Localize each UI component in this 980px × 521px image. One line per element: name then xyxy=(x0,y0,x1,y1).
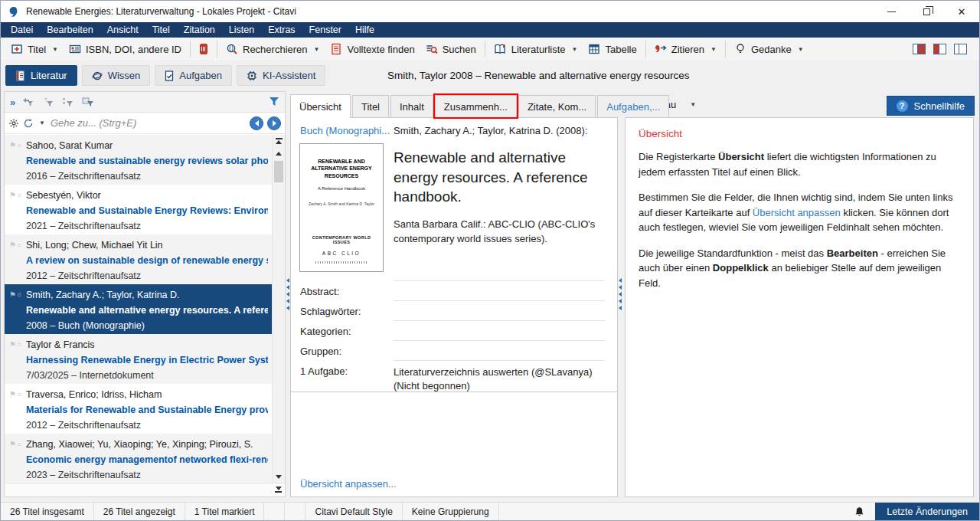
label-circle-icon[interactable]: ○ xyxy=(17,290,21,299)
field-label: 1 Aufgabe: xyxy=(300,361,394,392)
goto-toolbar: ▼ xyxy=(5,113,285,134)
navigate-back-button[interactable] xyxy=(250,116,263,130)
label-circle-icon[interactable]: ○ xyxy=(17,440,21,448)
label-circle-icon[interactable]: ○ xyxy=(17,390,21,398)
filter-quick-icon[interactable] xyxy=(42,97,54,107)
field-value[interactable]: Literaturverzeichnis auswerten (@SLavany… xyxy=(394,361,605,392)
menu-bearbeiten[interactable]: Bearbeiten xyxy=(40,22,100,38)
tab-titel[interactable]: Titel xyxy=(352,95,389,117)
cover-publisher-logo: ABC CLIO xyxy=(305,251,378,256)
field-value[interactable] xyxy=(394,321,605,341)
list-item[interactable]: ⚑○ Sahoo, Sarat Kumar Renewable and sust… xyxy=(5,135,273,185)
citation-authors[interactable]: Smith, Zachary A.; Taylor, Katrina D. (2… xyxy=(394,125,605,136)
scrollbar-thumb[interactable] xyxy=(274,161,283,182)
notifications-button[interactable] xyxy=(844,503,875,520)
layout-three-columns-icon[interactable] xyxy=(913,44,926,54)
tab-zitate-kommentare[interactable]: Zitate, Kom... xyxy=(518,95,596,117)
id-card-icon xyxy=(69,43,81,55)
list-item[interactable]: ⚑○ Sebestyén, Viktor Renewable and Susta… xyxy=(5,185,273,234)
sync-icon[interactable] xyxy=(23,118,34,129)
menu-fenster[interactable]: Fenster xyxy=(302,22,348,38)
label-flag-icon[interactable]: ⚑ xyxy=(9,241,16,249)
list-item[interactable]: ⚑○ Shi, Long; Chew, Michael Yit Lin A re… xyxy=(5,234,273,284)
label-flag-icon[interactable]: ⚑ xyxy=(9,390,16,398)
label-circle-icon[interactable]: ○ xyxy=(17,340,21,349)
scroll-to-top-button[interactable] xyxy=(273,135,285,147)
list-item[interactable]: ⚑○ Traversa, Enrico; Idriss, Hicham Mate… xyxy=(5,384,273,434)
scroll-up-button[interactable] xyxy=(273,147,285,159)
customize-overview-link[interactable]: Übersicht anpassen... xyxy=(300,478,397,490)
chevron-down-icon[interactable]: ▼ xyxy=(39,120,45,126)
quickhelp-button[interactable]: ? Schnellhilfe xyxy=(887,96,975,116)
list-item[interactable]: ⚑○ Zhang, Xiaowei; Yu, Xiaoping; Ye, Xin… xyxy=(5,434,273,483)
label-flag-icon[interactable]: ⚑ xyxy=(9,340,16,349)
scroll-down-button[interactable] xyxy=(273,470,285,483)
filter-window-icon[interactable] xyxy=(82,97,94,107)
restore-button[interactable] xyxy=(909,1,944,22)
field-value[interactable] xyxy=(394,301,605,321)
filter-icon[interactable] xyxy=(269,97,279,107)
last-changes-button[interactable]: Letzte Änderungen xyxy=(875,503,979,520)
tab-aufgaben[interactable]: Aufgaben xyxy=(155,65,232,86)
label-flag-icon[interactable]: ⚑ xyxy=(9,191,16,199)
label-flag-icon[interactable]: ⚑ xyxy=(9,290,16,299)
field-value[interactable] xyxy=(394,281,605,301)
menu-listen[interactable]: Listen xyxy=(222,22,261,38)
recherchieren-button[interactable]: Recherchieren▼ xyxy=(220,40,325,58)
minimize-button[interactable] xyxy=(874,1,909,22)
menu-ansicht[interactable]: Ansicht xyxy=(100,22,145,38)
item-author: Shi, Long; Chew, Michael Yit Lin xyxy=(26,238,268,253)
document-type-link[interactable]: Buch (Monographi... xyxy=(300,125,390,136)
right-splitter[interactable] xyxy=(618,91,622,497)
menu-datei[interactable]: Datei xyxy=(4,22,40,38)
filter-categories-icon[interactable] xyxy=(62,97,74,107)
label-flag-icon[interactable]: ⚑ xyxy=(9,141,16,149)
list-item[interactable]: ⚑○ Taylor & Francis Harnessing Renewable… xyxy=(5,334,273,384)
volltexte-button[interactable]: Volltexte finden xyxy=(325,40,420,58)
search-lines-icon xyxy=(426,43,438,55)
citation-title[interactable]: Renewable and alternative energy resourc… xyxy=(394,148,605,207)
barcode-scan-button[interactable] xyxy=(194,40,214,58)
tabelle-button[interactable]: Tabelle xyxy=(583,40,642,58)
tab-ki-assistent-label: KI-Assistent xyxy=(263,70,315,81)
navigate-forward-button[interactable] xyxy=(267,116,281,130)
tab-zusammenhang[interactable]: Zusammenh... xyxy=(435,95,517,117)
layout-two-columns-icon[interactable] xyxy=(933,44,946,54)
filter-back-icon[interactable] xyxy=(22,97,34,107)
label-circle-icon[interactable]: ○ xyxy=(17,191,21,199)
scroll-to-end-button[interactable] xyxy=(272,483,285,496)
zitieren-button[interactable]: Zitieren▼ xyxy=(649,40,722,58)
tab-ki-assistent[interactable]: KI-Assistent xyxy=(237,65,325,86)
status-grouping[interactable]: Keine Gruppierung xyxy=(403,503,499,520)
collapse-columns-icon[interactable]: » xyxy=(10,97,14,108)
list-scrollbar[interactable] xyxy=(272,135,285,483)
book-cover[interactable]: RENEWABLE AND ALTERNATIVE ENERGY RESOURC… xyxy=(299,143,384,272)
tab-uebersicht[interactable]: Übersicht xyxy=(290,94,351,118)
menu-titel[interactable]: Titel xyxy=(145,22,177,38)
tab-inhalt[interactable]: Inhalt xyxy=(390,95,433,117)
menu-hilfe[interactable]: Hilfe xyxy=(348,22,381,38)
tab-literatur[interactable]: Literatur xyxy=(5,65,77,86)
tab-aufgaben-orte[interactable]: Aufgaben,... xyxy=(597,95,669,117)
label-flag-icon[interactable]: ⚑ xyxy=(9,440,16,448)
citation-publisher[interactable]: Santa Barbara Calif.: ABC-CLIO (ABC-CLIO… xyxy=(394,217,605,247)
menu-zitation[interactable]: Zitation xyxy=(177,22,222,38)
gedanke-button[interactable]: Gedanke▼ xyxy=(729,40,809,58)
goto-input[interactable] xyxy=(49,115,246,132)
menu-extras[interactable]: Extras xyxy=(261,22,302,38)
layout-one-column-icon[interactable] xyxy=(954,44,967,54)
field-value[interactable] xyxy=(394,341,605,361)
isbn-doi-button[interactable]: ISBN, DOI, andere ID xyxy=(64,40,187,58)
add-title-button[interactable]: Titel▼ xyxy=(5,40,64,58)
help-link[interactable]: Übersicht anpassen xyxy=(753,207,841,218)
reference-detail-panel: Übersicht Titel Inhalt Zusammenh... Zita… xyxy=(290,94,618,497)
gear-icon[interactable] xyxy=(8,118,19,129)
suchen-button[interactable]: Suchen xyxy=(420,40,482,58)
literaturliste-button[interactable]: Literaturliste▼ xyxy=(488,40,583,58)
list-item-selected[interactable]: ⚑○ Smith, Zachary A.; Taylor, Katrina D.… xyxy=(5,284,273,334)
tab-wissen[interactable]: Wissen xyxy=(82,65,151,86)
label-circle-icon[interactable]: ○ xyxy=(17,241,21,249)
close-button[interactable]: ✕ xyxy=(944,1,979,22)
status-citation-style[interactable]: Citavi Default Style xyxy=(305,503,402,520)
label-circle-icon[interactable]: ○ xyxy=(17,141,21,149)
